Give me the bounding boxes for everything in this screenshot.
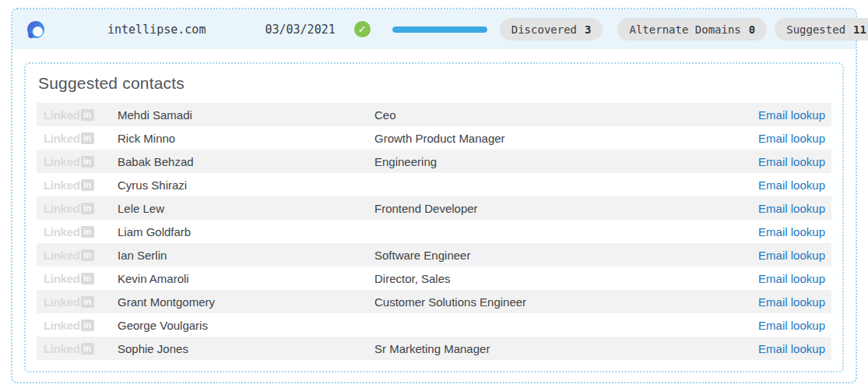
linkedin-logo: Linked in xyxy=(37,132,118,145)
contact-name: Grant Montgomery xyxy=(118,295,374,309)
contact-name: Babak Behzad xyxy=(118,155,374,168)
contact-name: Lele Lew xyxy=(118,202,374,215)
contact-title: Growth Product Manager xyxy=(374,132,758,145)
linkedin-in-icon: in xyxy=(81,132,94,144)
contact-name: Ian Serlin xyxy=(118,249,374,262)
linkedin-in-icon: in xyxy=(81,273,94,284)
linkedin-in-icon: in xyxy=(81,249,94,261)
linkedin-in-icon: in xyxy=(81,179,94,191)
contact-name: Liam Goldfarb xyxy=(118,225,374,238)
contact-row: Linked in Mehdi Samadi Ceo Email lookup xyxy=(37,103,831,126)
linkedin-wordmark: Linked xyxy=(44,272,80,285)
domain-name: intellipse.com xyxy=(107,23,206,37)
linkedin-wordmark: Linked xyxy=(44,319,80,332)
linkedin-wordmark: Linked xyxy=(44,249,80,262)
email-lookup-link[interactable]: Email lookup xyxy=(758,108,825,122)
linkedin-logo: Linked in xyxy=(37,272,118,285)
contact-row: Linked in Sophie Jones Sr Marketing Mana… xyxy=(37,337,831,360)
email-lookup-link[interactable]: Email lookup xyxy=(758,272,825,285)
linkedin-in-icon: in xyxy=(81,156,94,168)
linkedin-in-icon: in xyxy=(81,343,94,355)
contact-name: Cyrus Shirazi xyxy=(118,178,374,192)
scan-date: 03/03/2021 xyxy=(265,23,335,37)
contact-name: Sophie Jones xyxy=(118,342,374,355)
domain-result-card: intellipse.com 03/03/2021 ✓ Discovered 3… xyxy=(11,8,857,383)
contact-name: Rick Minno xyxy=(118,132,374,145)
email-lookup-link[interactable]: Email lookup xyxy=(758,295,825,309)
suggested-badge-label: Suggested xyxy=(786,23,845,36)
contact-name: Mehdi Samadi xyxy=(118,108,374,122)
contact-row: Linked in Rick Minno Growth Product Mana… xyxy=(37,126,831,150)
contact-title: Customer Solutions Engineer xyxy=(374,295,758,309)
alternate-domains-badge-count: 0 xyxy=(749,23,755,36)
linkedin-in-icon: in xyxy=(81,203,94,214)
domain-header-bar: intellipse.com 03/03/2021 ✓ Discovered 3… xyxy=(12,9,856,49)
discovered-badge-count: 3 xyxy=(585,23,591,36)
linkedin-logo: Linked in xyxy=(37,225,118,238)
contact-row: Linked in Liam Goldfarb Email lookup xyxy=(37,220,831,243)
contact-row: Linked in Grant Montgomery Customer Solu… xyxy=(37,290,831,313)
panel-title: Suggested contacts xyxy=(37,71,831,103)
email-lookup-link[interactable]: Email lookup xyxy=(758,342,825,355)
linkedin-wordmark: Linked xyxy=(44,108,80,122)
progress-bar xyxy=(392,26,487,33)
contact-title: Ceo xyxy=(374,108,758,122)
linkedin-logo: Linked in xyxy=(37,108,118,122)
suggested-contacts-panel: Suggested contacts Linked in Mehdi Samad… xyxy=(24,62,844,373)
linkedin-wordmark: Linked xyxy=(44,155,80,168)
suggested-badge: Suggested 11 xyxy=(775,18,868,41)
linkedin-wordmark: Linked xyxy=(44,132,80,145)
linkedin-in-icon: in xyxy=(81,226,94,238)
progress-bar-fill xyxy=(392,26,487,33)
email-lookup-link[interactable]: Email lookup xyxy=(758,178,825,192)
linkedin-in-icon: in xyxy=(81,296,94,308)
contact-name: George Voulgaris xyxy=(118,319,374,332)
contact-name: Kevin Amaroli xyxy=(118,272,374,285)
suggested-badge-count: 11 xyxy=(853,23,866,36)
linkedin-logo: Linked in xyxy=(37,202,118,215)
app-logo-icon xyxy=(27,21,44,38)
linkedin-wordmark: Linked xyxy=(44,342,80,355)
email-lookup-link[interactable]: Email lookup xyxy=(758,225,825,238)
contact-row: Linked in Cyrus Shirazi Email lookup xyxy=(37,173,831,196)
email-lookup-link[interactable]: Email lookup xyxy=(758,319,825,332)
linkedin-logo: Linked in xyxy=(37,319,118,332)
contact-title: Sr Marketing Manager xyxy=(374,342,758,355)
email-lookup-link[interactable]: Email lookup xyxy=(758,202,825,215)
email-lookup-link[interactable]: Email lookup xyxy=(758,249,825,262)
linkedin-logo: Linked in xyxy=(37,249,118,262)
linkedin-wordmark: Linked xyxy=(44,225,80,238)
contact-row: Linked in George Voulgaris Email lookup xyxy=(37,313,831,337)
check-circle-icon: ✓ xyxy=(354,21,371,37)
discovered-badge-label: Discovered xyxy=(511,23,577,36)
linkedin-wordmark: Linked xyxy=(44,295,80,309)
email-lookup-link[interactable]: Email lookup xyxy=(758,132,825,145)
alternate-domains-badge: Alternate Domains 0 xyxy=(617,18,767,41)
contact-row: Linked in Kevin Amaroli Director, Sales … xyxy=(37,267,831,290)
contact-title: Frontend Developer xyxy=(374,202,758,215)
contacts-list: Linked in Mehdi Samadi Ceo Email lookup … xyxy=(37,103,831,360)
contact-row: Linked in Ian Serlin Software Engineer E… xyxy=(37,243,831,267)
linkedin-logo: Linked in xyxy=(37,155,118,168)
contact-title: Director, Sales xyxy=(374,272,758,285)
contact-title: Engineering xyxy=(374,155,758,168)
linkedin-logo: Linked in xyxy=(37,342,118,355)
linkedin-wordmark: Linked xyxy=(44,178,80,192)
linkedin-in-icon: in xyxy=(81,109,94,121)
email-lookup-link[interactable]: Email lookup xyxy=(758,155,825,168)
contact-title: Software Engineer xyxy=(374,249,758,262)
contact-row: Linked in Babak Behzad Engineering Email… xyxy=(37,150,831,173)
linkedin-logo: Linked in xyxy=(37,295,118,309)
linkedin-wordmark: Linked xyxy=(44,202,80,215)
discovered-badge: Discovered 3 xyxy=(500,18,603,41)
alternate-domains-badge-label: Alternate Domains xyxy=(629,23,740,36)
contact-row: Linked in Lele Lew Frontend Developer Em… xyxy=(37,196,831,220)
linkedin-logo: Linked in xyxy=(37,178,118,192)
linkedin-in-icon: in xyxy=(81,320,94,331)
